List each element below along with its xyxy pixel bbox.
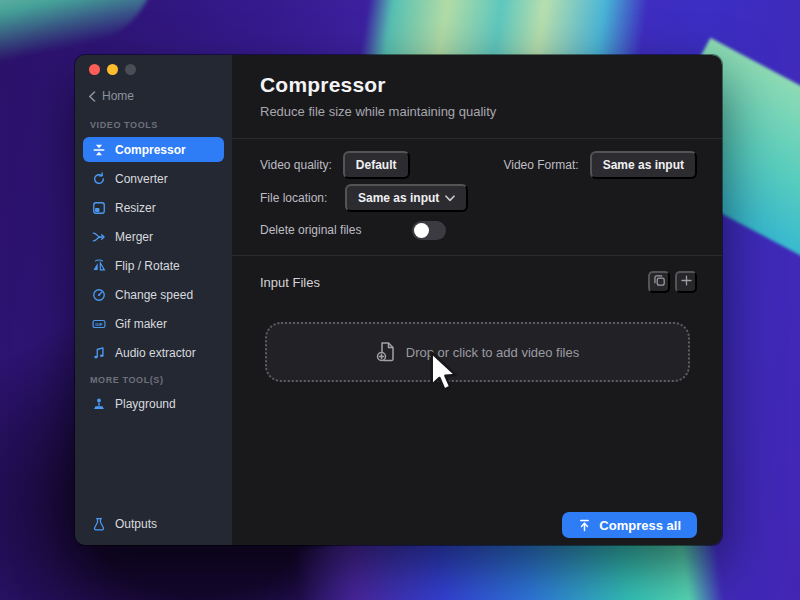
video-format-setting: Video Format: Same as input	[503, 151, 697, 179]
sidebar-item-label: Flip / Rotate	[115, 259, 180, 273]
resize-icon	[91, 200, 106, 215]
video-format-label: Video Format:	[503, 158, 578, 172]
sidebar-item-playground[interactable]: Playground	[83, 391, 224, 416]
video-quality-setting: Video quality: Default	[260, 151, 410, 179]
compress-all-button[interactable]: Compress all	[562, 512, 697, 538]
video-format-button[interactable]: Same as input	[590, 151, 697, 179]
delete-original-toggle[interactable]	[412, 221, 446, 240]
plus-icon	[680, 274, 693, 290]
page-subtitle: Reduce file size while maintaining quali…	[260, 104, 697, 119]
svg-text:GIF: GIF	[95, 322, 103, 327]
sidebar-item-converter[interactable]: Converter	[83, 166, 224, 191]
file-location-label: File location:	[260, 191, 345, 205]
sidebar-item-label: Playground	[115, 397, 176, 411]
sidebar-item-label: Outputs	[115, 517, 157, 531]
delete-original-label: Delete original files	[260, 223, 361, 237]
sidebar-item-gif-maker[interactable]: GIF Gif maker	[83, 311, 224, 336]
sidebar-item-resizer[interactable]: Resizer	[83, 195, 224, 220]
sidebar-item-label: Gif maker	[115, 317, 167, 331]
convert-icon	[91, 171, 106, 186]
close-window-button[interactable]	[89, 64, 100, 75]
file-location-value: Same as input	[358, 191, 439, 205]
settings-row-quality-format: Video quality: Default Video Format: Sam…	[260, 153, 697, 177]
sidebar-item-label: Merger	[115, 230, 153, 244]
input-files-title: Input Files	[260, 275, 320, 290]
paste-files-button[interactable]	[648, 271, 670, 293]
zoom-window-button[interactable]	[125, 64, 136, 75]
back-home-label: Home	[102, 89, 134, 103]
compress-icon	[91, 142, 106, 157]
sidebar-item-label: Audio extractor	[115, 346, 196, 360]
input-files-actions	[648, 271, 697, 293]
file-dropzone[interactable]: Drop or click to add video files	[265, 322, 690, 382]
gif-icon: GIF	[91, 316, 106, 331]
sidebar-item-label: Converter	[115, 172, 168, 186]
section-header-video-tools: VIDEO TOOLS	[90, 120, 158, 130]
dropzone-text: Drop or click to add video files	[406, 345, 579, 360]
sidebar-item-outputs[interactable]: Outputs	[83, 511, 224, 536]
sidebar-item-label: Compressor	[115, 143, 186, 157]
toggle-knob	[414, 223, 429, 238]
page-header: Compressor Reduce file size while mainta…	[232, 55, 722, 119]
video-quality-label: Video quality:	[260, 158, 332, 172]
speed-gauge-icon	[91, 287, 106, 302]
sidebar-item-label: Change speed	[115, 288, 193, 302]
flask-icon	[91, 516, 106, 531]
flip-rotate-icon	[91, 258, 106, 273]
sidebar: Home VIDEO TOOLS Compressor Converter Re…	[75, 55, 232, 545]
chevron-down-icon	[445, 195, 455, 202]
file-plus-icon	[376, 341, 396, 363]
joystick-icon	[91, 396, 106, 411]
merge-icon	[91, 229, 106, 244]
music-note-icon	[91, 345, 106, 360]
app-window: Home VIDEO TOOLS Compressor Converter Re…	[75, 55, 722, 545]
compress-all-label: Compress all	[599, 518, 681, 533]
sidebar-item-audio-extractor[interactable]: Audio extractor	[83, 340, 224, 365]
sidebar-item-flip-rotate[interactable]: Flip / Rotate	[83, 253, 224, 278]
sidebar-item-change-speed[interactable]: Change speed	[83, 282, 224, 307]
upload-icon	[578, 519, 591, 532]
divider	[232, 138, 722, 139]
back-home-button[interactable]: Home	[88, 89, 134, 103]
sidebar-item-compressor[interactable]: Compressor	[83, 137, 224, 162]
copy-icon	[653, 274, 666, 290]
chevron-left-icon	[88, 91, 96, 102]
section-header-more-tools: MORE TOOL(S)	[90, 375, 164, 385]
main-panel: Compressor Reduce file size while mainta…	[232, 55, 722, 545]
settings-row-delete-original: Delete original files	[260, 218, 697, 242]
minimize-window-button[interactable]	[107, 64, 118, 75]
video-quality-button[interactable]: Default	[343, 151, 410, 179]
traffic-lights	[89, 64, 136, 75]
sidebar-item-merger[interactable]: Merger	[83, 224, 224, 249]
sidebar-item-label: Resizer	[115, 201, 156, 215]
settings-row-file-location: File location: Same as input	[260, 186, 697, 210]
page-title: Compressor	[260, 73, 697, 97]
file-location-dropdown[interactable]: Same as input	[345, 184, 468, 212]
input-files-header-row: Input Files	[260, 271, 697, 293]
divider	[232, 255, 722, 256]
add-files-button[interactable]	[675, 271, 697, 293]
